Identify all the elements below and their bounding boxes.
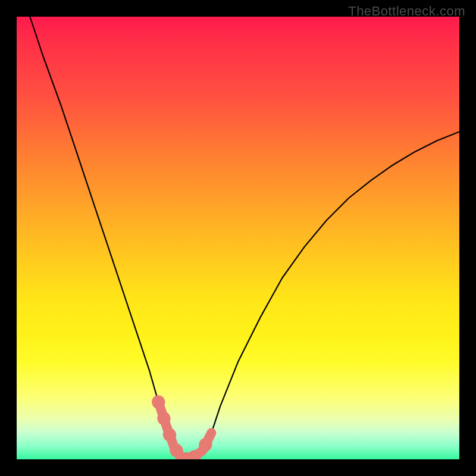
chart-frame: TheBottleneck.com (0, 0, 476, 476)
plot-area (17, 17, 459, 459)
bottleneck-curve (30, 17, 459, 457)
curve-overlay (17, 17, 459, 459)
watermark-text: TheBottleneck.com (348, 4, 465, 19)
